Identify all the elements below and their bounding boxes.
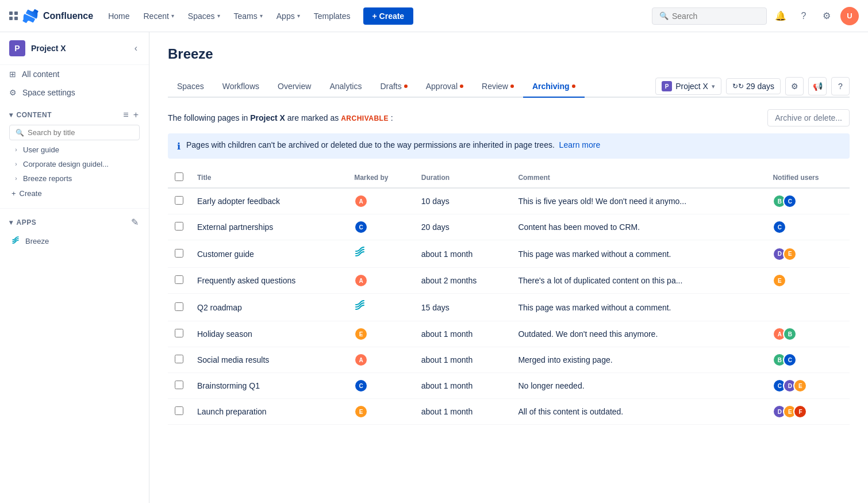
tab-archiving[interactable]: Archiving	[523, 76, 585, 98]
row-checkbox[interactable]	[175, 355, 183, 363]
sidebar-tree-corporate-design[interactable]: › Corporate design guidel...	[9, 157, 140, 171]
learn-more-link[interactable]: Learn more	[559, 140, 601, 149]
nav-recent[interactable]: Recent ▾	[137, 8, 179, 24]
nav-apps[interactable]: Apps ▾	[271, 8, 306, 24]
sidebar-create-button[interactable]: + Create	[9, 186, 140, 201]
page-title: Breeze	[168, 46, 850, 62]
sidebar-item-all-content[interactable]: ⊞ All content	[0, 65, 149, 83]
space-title: Project X	[31, 44, 66, 53]
content-section-title[interactable]: ▾ Content	[9, 111, 52, 119]
announce-ctrl-button[interactable]: 📢	[808, 77, 827, 95]
row-checkbox[interactable]	[175, 275, 183, 284]
sidebar-item-space-settings[interactable]: ⚙ Space settings	[0, 83, 149, 102]
confluence-logo[interactable]: Confluence	[22, 8, 93, 24]
content-header: The following pages in Project X are mar…	[168, 109, 850, 126]
row-checkbox[interactable]	[175, 381, 183, 389]
row-duration: 15 days	[414, 294, 512, 321]
marked-by-avatar: A	[354, 194, 408, 208]
row-title: Q2 roadmap	[190, 294, 347, 321]
help-ctrl-button[interactable]: ?	[831, 77, 850, 95]
notifications-button[interactable]: 🔔	[771, 7, 790, 25]
user-avatar[interactable]: U	[840, 7, 859, 25]
chevron-down-icon: ▾	[9, 111, 13, 119]
nav-spaces[interactable]: Spaces ▾	[182, 8, 226, 24]
content-search[interactable]: 🔍	[9, 125, 140, 140]
apps-grid-icon[interactable]	[9, 11, 18, 20]
notified-avatars-group: BC	[773, 353, 843, 367]
notified-avatars-group: CDE	[773, 379, 843, 393]
archivable-description: The following pages in Project X are mar…	[168, 113, 393, 122]
row-checkbox[interactable]	[175, 329, 183, 337]
table-row: Q2 roadmap 15 daysThis page was marked w…	[168, 294, 850, 321]
chevron-down-icon: ▾	[171, 13, 174, 19]
approval-dot	[460, 85, 463, 88]
content-section: ▾ Content ≡ + 🔍 › User guide › Corporate…	[0, 102, 149, 203]
row-checkbox[interactable]	[175, 196, 183, 205]
notified-avatars-group: C	[773, 220, 843, 234]
avatar: C	[783, 353, 797, 367]
avatar: A	[354, 194, 368, 208]
search-input[interactable]	[672, 11, 759, 21]
avatar: B	[783, 327, 797, 341]
tab-review[interactable]: Review	[473, 76, 523, 98]
table-row: Launch preparationEabout 1 monthAll of t…	[168, 399, 850, 425]
space-icon: P	[9, 40, 25, 56]
gear-icon: ⚙	[9, 88, 17, 97]
duration-header: Duration	[414, 168, 512, 188]
row-notified-users: BC	[766, 188, 850, 214]
row-marked-by: A	[347, 268, 414, 294]
row-checkbox[interactable]	[175, 302, 183, 311]
collapse-sidebar-button[interactable]: ‹	[132, 41, 140, 56]
table-row: Holiday seasonEabout 1 monthOutdated. We…	[168, 321, 850, 347]
create-button[interactable]: + Create	[363, 7, 414, 25]
table-row: Frequently asked questionsAabout 2 month…	[168, 268, 850, 294]
row-title: Customer guide	[190, 240, 347, 268]
sidebar-tree-user-guide[interactable]: › User guide	[9, 143, 140, 157]
nav-home[interactable]: Home	[102, 8, 135, 24]
review-dot	[510, 85, 514, 88]
tab-approval[interactable]: Approval	[417, 76, 473, 98]
archive-delete-button[interactable]: Archive or delete...	[767, 109, 850, 126]
row-title: External partnerships	[190, 214, 347, 240]
add-icon[interactable]: +	[132, 109, 140, 121]
tab-workflows[interactable]: Workflows	[213, 76, 268, 98]
nav-teams[interactable]: Teams ▾	[228, 8, 268, 24]
row-checkbox[interactable]	[175, 222, 183, 231]
help-button[interactable]: ?	[794, 7, 813, 25]
row-notified-users: DEF	[766, 399, 850, 425]
tab-spaces[interactable]: Spaces	[168, 76, 213, 98]
nav-templates[interactable]: Templates	[308, 8, 356, 24]
sidebar-item-breeze[interactable]: Breeze	[9, 233, 140, 248]
row-title: Early adopter feedback	[190, 188, 347, 214]
avatar: E	[773, 274, 786, 287]
days-badge[interactable]: ↻↻ 29 days	[726, 78, 781, 94]
search-box[interactable]: 🔍	[652, 7, 767, 25]
tabs-row: Spaces Workflows Overview Analytics Draf…	[168, 76, 850, 98]
space-selector[interactable]: P Project X ▾	[655, 78, 721, 95]
tab-overview[interactable]: Overview	[268, 76, 320, 98]
drafts-dot	[404, 85, 408, 88]
avatar: C	[783, 194, 797, 208]
marked-by-avatar: A	[354, 274, 408, 287]
row-checkbox[interactable]	[175, 249, 183, 258]
row-checkbox[interactable]	[175, 406, 183, 415]
sidebar-tree-breeze-reports[interactable]: › Breeze reports	[9, 171, 140, 186]
archiving-table: Title Marked by Duration Comment Notifie…	[168, 168, 850, 425]
apps-section-title[interactable]: ▾ Apps	[9, 218, 36, 226]
avatar: C	[773, 220, 786, 234]
tab-drafts[interactable]: Drafts	[371, 76, 416, 98]
select-all-checkbox[interactable]	[175, 172, 183, 181]
sidebar-space-header: P Project X ‹	[0, 32, 149, 65]
filter-icon[interactable]: ≡	[122, 109, 129, 121]
content-search-input[interactable]	[28, 128, 133, 137]
settings-ctrl-button[interactable]: ⚙	[785, 77, 804, 95]
tab-analytics[interactable]: Analytics	[320, 76, 371, 98]
sidebar: P Project X ‹ ⊞ All content ⚙ Space sett…	[0, 32, 149, 503]
edit-icon[interactable]: ✎	[130, 216, 140, 229]
settings-button[interactable]: ⚙	[817, 7, 836, 25]
title-header: Title	[190, 168, 347, 188]
marked-by-avatar: E	[354, 327, 408, 341]
apps-section-header: ▾ Apps ✎	[9, 216, 140, 229]
archiving-dot	[572, 85, 575, 88]
table-row: Brainstorming Q1Cabout 1 monthNo longer …	[168, 373, 850, 399]
